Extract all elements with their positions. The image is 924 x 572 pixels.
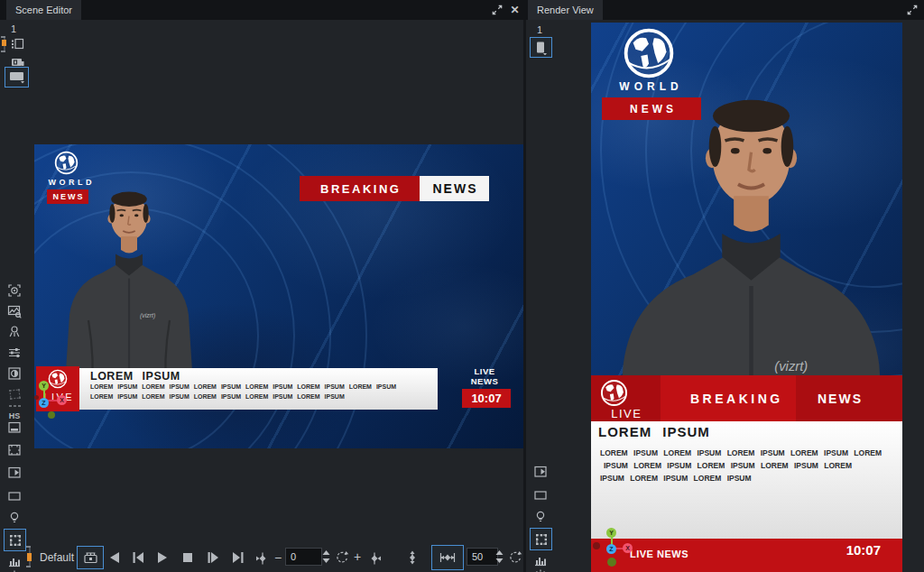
story-title: LOREM IPSUM xyxy=(598,424,710,439)
display-mode-select[interactable] xyxy=(5,67,29,88)
bounds-rect-icon[interactable] xyxy=(531,486,550,504)
ticker-bar: LIVE NEWS 10:07 xyxy=(591,539,902,572)
breaking-banner: BREAKING xyxy=(300,176,420,201)
lower-third-title: LOREM IPSUM xyxy=(90,370,180,383)
keyframe-vertical-icon[interactable] xyxy=(403,549,421,567)
story-line3: IPSUM LOREM IPSUM LOREM IPSUM xyxy=(600,474,752,483)
frame-reset-icon[interactable] xyxy=(333,549,351,567)
title-safe-icon[interactable] xyxy=(5,441,23,459)
story-line1: LOREM IPSUM LOREM IPSUM LOREM IPSUM LORE… xyxy=(600,448,882,457)
ticker-clock: 10:07 xyxy=(846,542,881,558)
maximize-render-view-icon[interactable] xyxy=(905,4,919,16)
breaking-banner-bar: LIVE BREAKING NEWS xyxy=(591,375,902,421)
live-news-line2: NEWS xyxy=(458,376,511,386)
live-badge: LIVE xyxy=(591,375,661,421)
story-panel: LOREM IPSUM LOREM IPSUM LOREM IPSUM LORE… xyxy=(591,421,902,539)
tab-bar: Scene Editor Render View ✕ xyxy=(0,0,924,20)
maximize-scene-editor-icon[interactable] xyxy=(490,4,504,16)
ticker-live-news: LIVE NEWS xyxy=(630,549,688,559)
gizmo-x-handle[interactable]: X xyxy=(57,395,67,405)
tab-scene-editor[interactable]: Scene Editor xyxy=(6,0,81,20)
go-to-end-button[interactable] xyxy=(229,549,247,567)
logo-news-box: NEWS xyxy=(602,97,701,120)
speed-reset-icon[interactable] xyxy=(506,549,524,567)
svg-text:(vizrt): (vizrt) xyxy=(140,312,155,319)
gizmo-y-handle[interactable]: Y xyxy=(606,528,616,538)
globe-icon xyxy=(48,369,68,389)
frame-spinner[interactable] xyxy=(322,549,330,564)
light-direction-icon[interactable] xyxy=(5,323,23,341)
render-camera-number: 1 xyxy=(537,24,542,35)
tab-render-view[interactable]: Render View xyxy=(528,0,603,20)
video-preview-icon[interactable] xyxy=(5,464,23,482)
live-news-line1: LIVE xyxy=(458,366,511,376)
portrait-display-select[interactable] xyxy=(530,37,552,58)
speed-input[interactable] xyxy=(467,548,498,566)
brightness-icon[interactable] xyxy=(531,567,550,572)
letterbox-icon[interactable] xyxy=(5,419,23,437)
keyframe-slider[interactable] xyxy=(26,546,33,567)
scene-camera-number: 1 xyxy=(11,23,16,34)
bounds-rect-icon[interactable] xyxy=(5,487,23,505)
gizmo-y-handle[interactable]: Y xyxy=(39,381,49,391)
globe-icon xyxy=(623,27,675,79)
breaking-news-label: NEWS xyxy=(818,392,863,406)
lower-third-line1: LOREM IPSUM LOREM IPSUM LOREM IPSUM LORE… xyxy=(90,383,396,390)
contrast-icon[interactable] xyxy=(5,364,23,383)
video-preview-icon[interactable] xyxy=(531,463,550,481)
frame-minus-button[interactable]: − xyxy=(274,551,282,564)
gizmo-z-handle[interactable]: Z xyxy=(606,544,616,554)
keyframe-next-icon[interactable] xyxy=(365,549,383,567)
keyframe-previous-icon[interactable] xyxy=(254,549,272,567)
sliders-icon[interactable] xyxy=(5,344,23,362)
globe-icon xyxy=(54,151,79,175)
speed-spinner[interactable] xyxy=(495,549,504,564)
scene-editor-viewport[interactable]: (vizrt) WORLD NEWS BREAKING NEWS LIVE LO… xyxy=(34,144,523,448)
gizmo-pivot-dot[interactable] xyxy=(607,558,616,567)
breaking-label: BREAKING xyxy=(690,392,783,406)
bulb-icon[interactable] xyxy=(531,508,550,526)
panel-divider xyxy=(523,20,526,572)
breaking-news-banner: NEWS xyxy=(420,176,489,201)
director-preset[interactable]: Default xyxy=(40,551,74,564)
brightness-icon[interactable] xyxy=(5,567,23,572)
go-to-start-button[interactable] xyxy=(129,549,147,567)
stop-button[interactable] xyxy=(179,549,197,567)
lower-third-line2: LOREM IPSUM LOREM IPSUM LOREM IPSUM LORE… xyxy=(90,393,345,400)
gizmo-z-handle[interactable]: Z xyxy=(39,398,49,408)
gizmo-x-handle[interactable]: X xyxy=(623,543,633,553)
gizmo-origin-dot[interactable] xyxy=(34,395,39,400)
step-forward-button[interactable] xyxy=(204,549,222,567)
keyframe-range-button[interactable] xyxy=(431,545,464,570)
logo-news-box: NEWS xyxy=(47,189,88,204)
wireframe-icon[interactable] xyxy=(5,385,23,403)
gizmo-origin-dot[interactable] xyxy=(593,542,600,549)
gizmo-pivot-dot[interactable] xyxy=(48,411,55,419)
grid-select-tool[interactable] xyxy=(4,529,26,551)
play-reverse-button[interactable] xyxy=(106,549,124,567)
frame-plus-button[interactable]: + xyxy=(354,550,361,563)
image-preview-icon[interactable] xyxy=(5,302,23,320)
close-scene-editor-icon[interactable]: ✕ xyxy=(508,4,522,16)
logo-world-text: WORLD xyxy=(45,178,90,187)
logo-world-text: WORLD xyxy=(599,80,698,93)
application-window: Scene Editor Render View ✕ 1 xyxy=(0,0,924,572)
snapshot-button[interactable] xyxy=(77,546,104,569)
svg-text:(vizrt): (vizrt) xyxy=(774,359,808,374)
live-label: LIVE xyxy=(591,407,661,420)
scene-zoom-slider[interactable] xyxy=(1,36,8,52)
camera-viewfinder-icon[interactable] xyxy=(5,281,23,300)
lower-third-panel: LOREM IPSUM LOREM IPSUM LOREM IPSUM LORE… xyxy=(79,368,438,410)
play-button[interactable] xyxy=(153,549,171,567)
clock-badge: 10:07 xyxy=(462,389,511,408)
layers-panel-icon[interactable] xyxy=(8,35,26,53)
bulb-icon[interactable] xyxy=(5,509,23,527)
globe-icon xyxy=(600,379,628,407)
frame-input[interactable] xyxy=(285,548,322,566)
grid-select-tool[interactable] xyxy=(530,528,552,550)
story-line2: IPSUM LOREM IPSUM LOREM IPSUM LOREM IPSU… xyxy=(604,461,852,470)
render-view-viewport[interactable]: (vizrt) WORLD NEWS LIVE BREAKING NEWS LO… xyxy=(591,23,902,572)
